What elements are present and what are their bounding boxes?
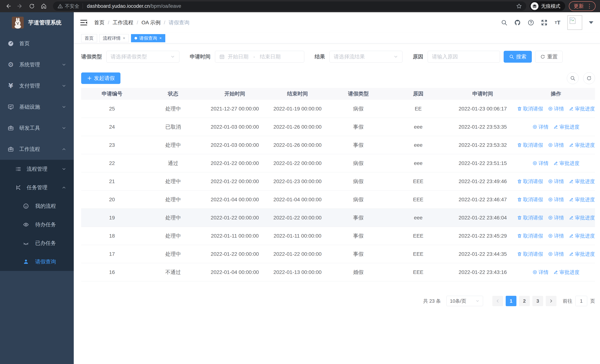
cell-apply-id: 24 bbox=[81, 124, 143, 130]
approval-progress-link[interactable]: 审批进度 bbox=[553, 124, 580, 130]
cell-start-time: 2021-12-27 00:00:00 bbox=[204, 106, 266, 112]
approval-progress-link[interactable]: 审批进度 bbox=[569, 251, 595, 257]
create-leave-button[interactable]: 发起请假 bbox=[81, 73, 121, 84]
goto-page-input[interactable] bbox=[575, 296, 587, 306]
next-page-button[interactable] bbox=[546, 296, 556, 306]
reset-button[interactable]: 重置 bbox=[535, 51, 562, 63]
cancel-leave-link[interactable]: 取消请假 bbox=[517, 178, 543, 185]
tab-process-detail[interactable]: 流程详情 × bbox=[99, 34, 129, 42]
approval-progress-link[interactable]: 审批进度 bbox=[569, 196, 595, 203]
cell-apply-id: 18 bbox=[81, 233, 143, 239]
sidebar-item-leave-query[interactable]: 请假查询 bbox=[0, 252, 74, 271]
cancel-leave-link[interactable]: 取消请假 bbox=[517, 105, 543, 112]
cancel-leave-link[interactable]: 取消请假 bbox=[517, 233, 543, 239]
app-logo bbox=[12, 17, 24, 28]
github-icon[interactable] bbox=[514, 19, 521, 26]
tab-home[interactable]: 首页 bbox=[81, 34, 97, 42]
page-button-2[interactable]: 2 bbox=[519, 296, 530, 306]
font-size-icon[interactable]: TT bbox=[554, 19, 561, 26]
cell-start-time: 2022-01-22 00:00:00 bbox=[204, 160, 266, 166]
detail-link[interactable]: 详情 bbox=[532, 160, 548, 167]
detail-link[interactable]: 详情 bbox=[548, 215, 564, 221]
sidebar-item-task-management[interactable]: 任务管理 bbox=[0, 178, 74, 197]
refresh-table-button[interactable] bbox=[583, 72, 595, 84]
sidebar-item-workflow[interactable]: 工作流程 bbox=[0, 139, 74, 160]
cancel-leave-link[interactable]: 取消请假 bbox=[517, 196, 543, 203]
table-row: 19 处理中 2022-01-22 00:00:00 2022-01-22 00… bbox=[81, 209, 595, 227]
cancel-leave-link[interactable]: 取消请假 bbox=[517, 251, 543, 257]
detail-link[interactable]: 详情 bbox=[548, 105, 564, 112]
refresh-icon bbox=[586, 75, 592, 81]
breadcrumb-home[interactable]: 首页 bbox=[94, 19, 104, 26]
page-button-1[interactable]: 1 bbox=[506, 296, 516, 306]
tab-leave-query[interactable]: 请假查询 × bbox=[131, 34, 165, 42]
cancel-leave-link[interactable]: 取消请假 bbox=[517, 142, 543, 149]
approval-progress-link[interactable]: 审批进度 bbox=[553, 160, 580, 167]
approval-progress-link[interactable]: 审批进度 bbox=[569, 215, 595, 221]
cell-reason: EEE bbox=[388, 197, 449, 203]
detail-link[interactable]: 详情 bbox=[548, 251, 564, 257]
detail-link[interactable]: 详情 bbox=[548, 196, 564, 203]
browser-toolbar: 不安全 dashboard.yudao.iocoder.cn/bpm/oa/le… bbox=[0, 0, 600, 12]
sidebar-item-home[interactable]: 首页 bbox=[0, 33, 74, 54]
approval-progress-link[interactable]: 审批进度 bbox=[569, 105, 595, 112]
cancel-leave-link[interactable]: 取消请假 bbox=[517, 215, 543, 221]
close-icon[interactable]: × bbox=[159, 36, 162, 41]
cell-leave-type: 婚假 bbox=[329, 269, 388, 276]
detail-link[interactable]: 详情 bbox=[548, 178, 564, 185]
toggle-search-button[interactable] bbox=[567, 72, 579, 84]
page-size-select[interactable]: 10条/页 bbox=[446, 296, 483, 306]
refresh-icon bbox=[540, 54, 545, 59]
cell-status: 处理中 bbox=[143, 214, 204, 221]
approval-progress-link[interactable]: 审批进度 bbox=[569, 233, 595, 239]
cell-apply-time: 2022-01-22 23:51:15 bbox=[449, 160, 517, 166]
approval-progress-link[interactable]: 审批进度 bbox=[553, 269, 580, 276]
apply-time-range-picker[interactable]: 开始日期 - 结束日期 bbox=[215, 51, 304, 63]
reason-input[interactable] bbox=[432, 54, 496, 60]
sidebar-item-system[interactable]: ⚙ 系统管理 bbox=[0, 54, 74, 75]
browser-forward-icon[interactable] bbox=[16, 2, 24, 10]
end-date-input[interactable]: 结束日期 bbox=[260, 53, 281, 60]
search-icon[interactable] bbox=[501, 19, 508, 26]
approval-progress-link[interactable]: 审批进度 bbox=[569, 142, 595, 149]
browser-back-icon[interactable] bbox=[4, 2, 12, 10]
browser-menu-icon[interactable]: ⋮ bbox=[587, 3, 592, 9]
toolbox-icon bbox=[7, 125, 14, 131]
sidebar-item-payment[interactable]: ¥ 支付管理 bbox=[0, 75, 74, 96]
avatar[interactable] bbox=[567, 15, 582, 30]
detail-link[interactable]: 详情 bbox=[548, 142, 564, 149]
close-icon[interactable]: × bbox=[123, 36, 125, 41]
breadcrumb: 首页 / 工作流程 / OA 示例 / 请假查询 bbox=[94, 19, 189, 26]
detail-link[interactable]: 详情 bbox=[532, 124, 548, 130]
start-date-input[interactable]: 开始日期 bbox=[228, 53, 248, 60]
detail-link[interactable]: 详情 bbox=[548, 233, 564, 239]
browser-update-button[interactable]: 更新 ⋮ bbox=[569, 1, 596, 11]
sidebar-item-infrastructure[interactable]: 基础设施 bbox=[0, 96, 74, 118]
face-icon bbox=[23, 203, 29, 209]
approval-progress-link[interactable]: 审批进度 bbox=[569, 178, 595, 185]
search-button[interactable]: 搜索 bbox=[504, 51, 532, 63]
leave-type-select[interactable]: 请选择请假类型 bbox=[106, 51, 179, 63]
sidebar-item-dev-tools[interactable]: 研发工具 bbox=[0, 118, 74, 139]
briefcase-icon bbox=[7, 146, 14, 152]
bookmark-star-icon[interactable] bbox=[516, 3, 522, 9]
browser-home-icon[interactable] bbox=[40, 2, 47, 10]
sidebar-item-process-management[interactable]: 流程管理 bbox=[0, 160, 74, 178]
page-button-3[interactable]: 3 bbox=[532, 296, 543, 306]
help-icon[interactable] bbox=[527, 19, 534, 26]
cell-end-time: 2022-01-22 00:00:00 bbox=[266, 215, 329, 221]
sidebar-item-done-tasks[interactable]: 已办任务 bbox=[0, 234, 74, 252]
address-bar[interactable]: 不安全 dashboard.yudao.iocoder.cn/bpm/oa/le… bbox=[53, 1, 526, 11]
detail-link[interactable]: 详情 bbox=[532, 269, 548, 276]
result-select[interactable]: 请选择流结果 bbox=[329, 51, 403, 63]
browser-reload-icon[interactable] bbox=[28, 2, 36, 10]
sidebar-item-my-processes[interactable]: 我的流程 bbox=[0, 197, 74, 215]
fullscreen-icon[interactable] bbox=[541, 19, 548, 26]
chevron-down-icon bbox=[62, 126, 66, 131]
sidebar-item-todo-tasks[interactable]: 待办任务 bbox=[0, 215, 74, 234]
sidebar-collapse-icon[interactable] bbox=[80, 19, 88, 27]
cell-apply-time: 2022-01-22 23:53:35 bbox=[449, 124, 517, 130]
chevron-down-icon[interactable] bbox=[589, 21, 593, 24]
monitor-icon bbox=[7, 104, 14, 110]
prev-page-button[interactable] bbox=[492, 296, 503, 306]
